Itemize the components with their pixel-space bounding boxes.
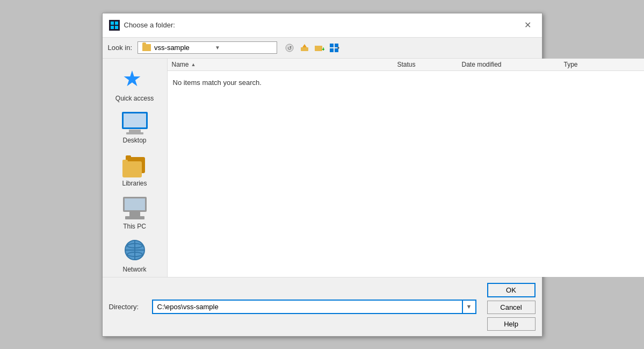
network-label: Network [122,266,146,273]
title-bar-left: Choose a folder: [109,20,175,31]
close-button[interactable]: ✕ [520,18,536,33]
svg-rect-0 [111,22,114,25]
up-button[interactable] [298,41,312,55]
ok-button[interactable]: OK [487,283,536,297]
sort-arrow-name: ▲ [191,62,196,67]
svg-rect-1 [115,22,118,25]
this-pc-label: This PC [123,223,146,230]
app-icon [109,20,120,31]
column-status[interactable]: Status [393,59,458,70]
toolbar-buttons: ↺ + [283,41,342,55]
sidebar-item-this-pc[interactable]: This PC [103,193,167,234]
libraries-label: Libraries [122,180,147,187]
svg-marker-8 [302,44,307,47]
quick-access-icon: ★ [122,68,147,92]
sidebar-item-desktop[interactable]: Desktop [103,108,167,148]
desktop-label: Desktop [122,137,146,144]
title-bar: Choose a folder: ✕ [103,13,542,38]
cancel-button[interactable]: Cancel [487,301,536,314]
view-button[interactable] [328,41,342,55]
directory-input-wrapper: ▼ [152,300,476,314]
file-area: Name ▲ Status Date modified Type Size No [168,59,645,277]
network-icon [121,240,149,263]
bottom-bar: Directory: ▼ OK Cancel Help [103,277,542,336]
directory-input[interactable] [152,300,463,314]
column-name-label: Name [172,61,189,68]
svg-rect-15 [335,48,338,52]
sidebar-item-libraries[interactable]: Libraries [103,150,167,191]
column-date-label: Date modified [462,61,502,68]
svg-rect-14 [330,48,334,52]
choose-folder-dialog: Choose a folder: ✕ Look in: vss-sample ▼… [102,13,542,337]
quick-access-label: Quick access [115,95,154,102]
main-content: ★ Quick access Desktop [103,59,542,277]
back-button[interactable]: ↺ [283,41,296,55]
svg-text:+: + [322,46,324,52]
column-type-label: Type [564,61,578,68]
svg-rect-2 [111,26,114,29]
column-type[interactable]: Type [560,59,645,70]
sidebar: ★ Quick access Desktop [103,59,168,277]
svg-rect-7 [301,47,303,49]
help-button[interactable]: Help [487,317,536,331]
desktop-icon [121,112,149,134]
svg-rect-12 [330,44,334,47]
column-name[interactable]: Name ▲ [168,59,393,70]
directory-dropdown-button[interactable]: ▼ [463,300,476,314]
sidebar-item-network[interactable]: Network [103,236,167,277]
dialog-title: Choose a folder: [124,21,175,29]
look-in-dropdown[interactable]: vss-sample ▼ [138,41,277,54]
svg-rect-10 [315,46,318,47]
toolbar: Look in: vss-sample ▼ ↺ [103,38,542,59]
svg-rect-3 [115,26,118,29]
current-folder-name: vss-sample [154,44,212,52]
svg-rect-13 [335,44,338,47]
sidebar-item-quick-access[interactable]: ★ Quick access [103,64,167,106]
action-buttons: OK Cancel Help [487,283,536,331]
column-status-label: Status [397,61,416,68]
this-pc-icon [121,197,149,220]
look-in-label: Look in: [108,44,133,52]
svg-text:↺: ↺ [287,45,292,51]
file-list: No items match your search. [168,71,645,277]
empty-message: No items match your search. [173,76,262,89]
file-header: Name ▲ Status Date modified Type Size [168,59,645,71]
dropdown-chevron-icon: ▼ [215,45,272,51]
new-folder-button[interactable]: + [313,41,327,55]
column-date[interactable]: Date modified [458,59,560,70]
folder-icon [142,44,151,51]
directory-label: Directory: [109,303,147,311]
libraries-icon [121,154,148,177]
